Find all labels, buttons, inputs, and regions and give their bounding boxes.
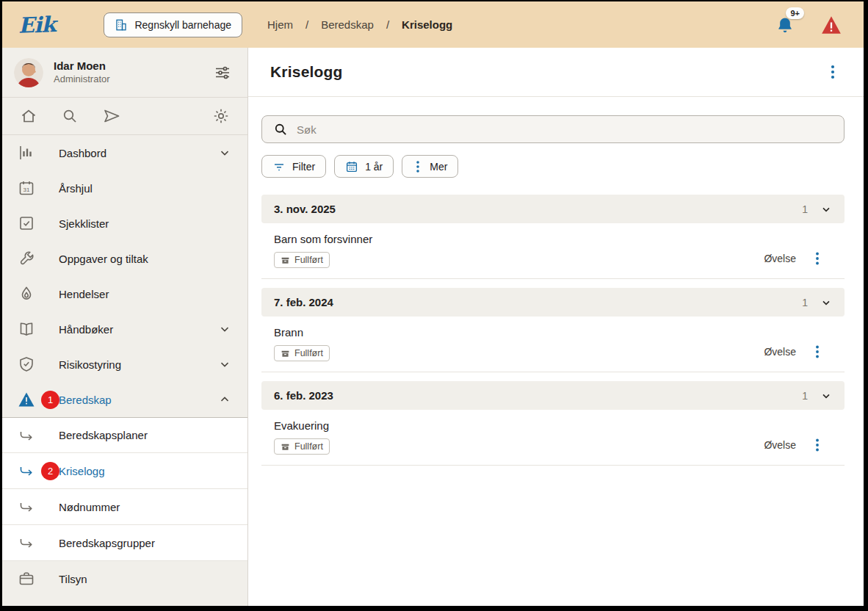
- search-icon: [273, 122, 288, 137]
- kebab-menu-icon: [413, 160, 423, 173]
- group-date: 3. nov. 2025: [274, 203, 336, 215]
- subdirectory-arrow-icon: [17, 534, 36, 552]
- sidebar-item-label: Beredskapsplaner: [59, 429, 148, 441]
- briefcase-icon: [17, 570, 36, 588]
- sidebar-item-label: Oppgaver og tiltak: [59, 253, 148, 265]
- chevron-down-icon[interactable]: [820, 297, 832, 308]
- search-icon[interactable]: [61, 107, 79, 125]
- filter-toolbar: Filter 1 år: [261, 155, 845, 178]
- group-header-right: 1: [802, 297, 832, 308]
- alert-button[interactable]: [821, 15, 842, 35]
- gear-icon[interactable]: [212, 107, 230, 125]
- status-badge: Fullført: [274, 438, 330, 455]
- search-input[interactable]: [297, 123, 838, 136]
- main-header: Kriselogg: [248, 48, 864, 97]
- entry-menu-button[interactable]: [812, 344, 822, 359]
- sidebar-item-tilsyn[interactable]: Tilsyn: [2, 561, 247, 596]
- group-header-right: 1: [802, 203, 832, 215]
- entry-title[interactable]: Evakuering: [274, 419, 832, 432]
- sidebar-item-oppgaver[interactable]: Oppgaver og tiltak: [2, 241, 247, 276]
- sidebar-item-beredskapsplaner[interactable]: Beredskapsplaner: [2, 417, 247, 453]
- beredskap-alert-badge: 1: [41, 391, 59, 409]
- sidebar-item-nodnummer[interactable]: Nødnummer: [2, 489, 247, 525]
- page-menu-button[interactable]: [822, 61, 843, 83]
- entry-right: Øvelse: [764, 438, 822, 452]
- breadcrumb-separator: /: [305, 18, 308, 31]
- more-button-label: Mer: [430, 161, 447, 173]
- group-date: 7. feb. 2024: [274, 296, 333, 308]
- flame-icon: [17, 285, 36, 303]
- entry-right: Øvelse: [764, 344, 822, 359]
- sidebar-item-risikostyring[interactable]: Risikostyring: [2, 347, 247, 382]
- sidebar-item-beredskapsgrupper[interactable]: Beredskapsgrupper: [2, 525, 247, 561]
- main-panel: Kriselogg: [248, 48, 864, 606]
- notifications-button[interactable]: 9+: [775, 15, 795, 35]
- sidebar-item-handboker[interactable]: Håndbøker: [2, 311, 247, 347]
- period-button-label: 1 år: [365, 161, 383, 173]
- log-group: 6. feb. 2023 1 Evakuering: [261, 381, 845, 466]
- wrench-icon: [17, 250, 36, 267]
- sidebar: Idar Moen Administrator: [2, 48, 248, 606]
- chevron-down-icon[interactable]: [820, 390, 832, 402]
- entry-title[interactable]: Barn som forsvinner: [274, 233, 832, 245]
- status-badge-label: Fullført: [294, 255, 323, 265]
- user-card: Idar Moen Administrator: [2, 48, 247, 98]
- group-count: 1: [802, 297, 808, 308]
- sliders-icon: [214, 64, 231, 82]
- entry-right: Øvelse: [764, 251, 822, 266]
- log-group: 3. nov. 2025 1 Barn som forsvinner: [261, 195, 845, 279]
- entry-type-label: Øvelse: [764, 439, 796, 451]
- sidebar-item-dashbord[interactable]: Dashbord: [2, 135, 247, 170]
- sidebar-item-beredskap[interactable]: 1 Beredskap: [2, 382, 247, 417]
- sidebar-item-label: Nødnummer: [59, 501, 120, 513]
- log-entry: Evakuering Fullført Øvelse: [261, 410, 845, 466]
- user-settings-button[interactable]: [214, 64, 231, 82]
- sidebar-item-hendelser[interactable]: Hendelser: [2, 276, 247, 311]
- chevron-up-icon: [218, 393, 231, 406]
- more-button[interactable]: Mer: [402, 155, 458, 178]
- organization-button[interactable]: Regnskyll barnehage: [104, 12, 242, 37]
- book-icon: [17, 320, 36, 338]
- home-icon[interactable]: [20, 107, 37, 125]
- sidebar-item-sjekklister[interactable]: Sjekklister: [2, 206, 247, 241]
- sidebar-item-arshjul[interactable]: 31 Årshjul: [2, 170, 247, 206]
- warning-triangle-icon: [821, 15, 842, 35]
- breadcrumb-home[interactable]: Hjem: [267, 18, 293, 31]
- period-button[interactable]: 1 år: [334, 155, 394, 178]
- avatar[interactable]: [14, 58, 43, 87]
- sidebar-item-label: Beredskap: [59, 394, 112, 406]
- group-header[interactable]: 6. feb. 2023 1: [261, 381, 845, 410]
- entry-title[interactable]: Brann: [274, 326, 832, 339]
- sidebar-item-label: Beredskapsgrupper: [59, 537, 155, 549]
- send-icon[interactable]: [102, 107, 121, 125]
- entry-menu-button[interactable]: [812, 251, 822, 266]
- checkbox-icon: [17, 214, 36, 232]
- eik-logo[interactable]: Eik: [18, 12, 55, 38]
- organization-button-label: Regnskyll barnehage: [134, 19, 231, 31]
- main-content: Filter 1 år: [248, 97, 864, 606]
- notifications-count-badge: 9+: [786, 7, 804, 19]
- building-icon: [115, 18, 128, 32]
- chevron-down-icon[interactable]: [820, 203, 832, 215]
- group-date: 6. feb. 2023: [274, 389, 333, 402]
- group-header[interactable]: 3. nov. 2025 1: [261, 195, 845, 223]
- entry-type-label: Øvelse: [764, 346, 796, 358]
- sidebar-item-kriselogg[interactable]: 2 Kriselogg: [2, 453, 247, 489]
- group-header[interactable]: 7. feb. 2024 1: [261, 288, 845, 317]
- breadcrumb-beredskap[interactable]: Beredskap: [321, 18, 374, 31]
- sidebar-item-label: Kriselogg: [59, 465, 105, 477]
- entry-menu-button[interactable]: [812, 438, 822, 452]
- topbar: Eik Regnskyll barnehage Hjem / Beredskap…: [2, 1, 864, 48]
- archive-icon: [281, 256, 290, 265]
- log-entry: Barn som forsvinner Fullført Ø: [261, 223, 845, 279]
- kriselogg-alert-badge: 2: [41, 462, 59, 480]
- app-window: Eik Regnskyll barnehage Hjem / Beredskap…: [0, 0, 868, 611]
- filter-icon: [272, 160, 286, 173]
- user-name: Idar Moen: [54, 59, 110, 73]
- group-count: 1: [802, 203, 808, 215]
- filter-button[interactable]: Filter: [261, 155, 326, 178]
- search-bar[interactable]: [261, 115, 845, 143]
- sidebar-item-label: Risikostyring: [59, 358, 121, 371]
- app-body: Idar Moen Administrator: [2, 48, 864, 606]
- breadcrumb: Hjem / Beredskap / Kriselogg: [267, 18, 452, 31]
